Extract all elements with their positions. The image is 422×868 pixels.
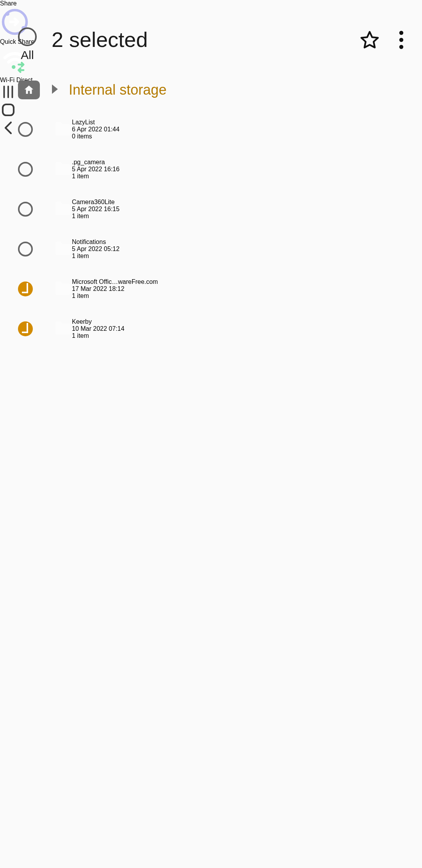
breadcrumb[interactable]: Internal storage bbox=[0, 74, 422, 106]
folder-name: Notifications bbox=[72, 239, 120, 246]
select-all-label: All bbox=[21, 48, 34, 62]
folder-date: 5 Apr 2022 05:12 bbox=[72, 246, 120, 253]
folder-item-count: 1 item bbox=[72, 173, 120, 180]
row-checkbox[interactable] bbox=[18, 162, 33, 177]
folder-date: 5 Apr 2022 16:16 bbox=[72, 166, 120, 173]
row-checkbox[interactable] bbox=[18, 282, 33, 296]
list-item[interactable]: LazyList6 Apr 2022 01:440 items bbox=[0, 109, 422, 149]
list-item[interactable]: .pg_camera5 Apr 2022 16:161 item bbox=[0, 149, 422, 189]
svg-point-0 bbox=[399, 31, 403, 35]
folder-item-count: 1 item bbox=[72, 213, 120, 220]
folder-icon bbox=[54, 121, 72, 138]
row-checkbox[interactable] bbox=[18, 202, 33, 217]
more-menu-icon[interactable] bbox=[399, 30, 404, 49]
folder-name: Keerby bbox=[72, 318, 124, 325]
row-checkbox[interactable] bbox=[18, 242, 33, 256]
folder-date: 5 Apr 2022 16:15 bbox=[72, 206, 120, 213]
folder-icon bbox=[54, 201, 72, 218]
folder-item-count: 1 item bbox=[72, 253, 120, 260]
svg-point-1 bbox=[399, 38, 403, 42]
row-checkbox[interactable] bbox=[18, 321, 33, 336]
folder-date: 6 Apr 2022 01:44 bbox=[72, 126, 120, 133]
favorite-star-icon[interactable] bbox=[359, 30, 380, 50]
page-title: 2 selected bbox=[52, 27, 359, 52]
list-item[interactable]: Microsoft Offic…wareFree.com17 Mar 2022 … bbox=[0, 269, 422, 309]
folder-item-count: 1 item bbox=[72, 332, 124, 339]
folder-name: LazyList bbox=[72, 119, 120, 126]
folder-item-count: 0 items bbox=[72, 133, 120, 140]
folder-icon bbox=[54, 161, 72, 178]
list-item[interactable]: Keerby10 Mar 2022 07:141 item bbox=[0, 309, 422, 349]
folder-date: 17 Mar 2022 18:12 bbox=[72, 285, 158, 292]
folder-item-count: 1 item bbox=[72, 292, 158, 299]
select-all-toggle[interactable]: All bbox=[18, 27, 37, 62]
folder-icon bbox=[54, 240, 72, 258]
breadcrumb-current[interactable]: Internal storage bbox=[69, 82, 166, 98]
folder-name: Microsoft Offic…wareFree.com bbox=[72, 278, 158, 285]
svg-point-2 bbox=[399, 45, 403, 49]
folder-name: .pg_camera bbox=[72, 159, 120, 166]
list-item[interactable]: Camera360Lite5 Apr 2022 16:151 item bbox=[0, 189, 422, 229]
home-folder-icon[interactable] bbox=[18, 81, 40, 99]
folder-date: 10 Mar 2022 07:14 bbox=[72, 325, 124, 332]
list-item[interactable]: Notifications5 Apr 2022 05:121 item bbox=[0, 229, 422, 269]
folder-icon bbox=[54, 320, 72, 337]
row-checkbox[interactable] bbox=[18, 122, 33, 137]
select-all-checkbox-icon bbox=[18, 27, 37, 46]
folder-icon bbox=[54, 280, 72, 298]
folder-name: Camera360Lite bbox=[72, 199, 120, 206]
chevron-right-icon bbox=[51, 84, 58, 95]
